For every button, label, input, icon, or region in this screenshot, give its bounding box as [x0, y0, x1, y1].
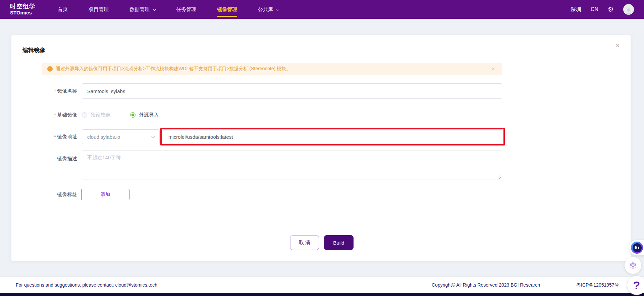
image-description-label: 镜像描述 — [11, 156, 77, 161]
field-row-image-description: 镜像描述 — [11, 151, 631, 179]
chatbot-button[interactable] — [629, 240, 644, 255]
help-button[interactable]: ? — [627, 276, 644, 295]
logo-line2: STOmics — [10, 10, 36, 16]
nav-label: 公共库 — [258, 6, 273, 13]
chevron-down-icon — [153, 7, 156, 11]
label-text: 镜像地址 — [57, 134, 77, 139]
field-row-image-name: *镜像名称 — [11, 83, 631, 99]
radio-circle-icon — [82, 112, 87, 118]
footer-copyright-text: Copyright© All Rights Reserved 2023 BGI … — [432, 277, 540, 293]
close-icon[interactable]: × — [615, 42, 620, 49]
radio-preset-image[interactable]: 预设镜像 — [82, 112, 111, 118]
label-text: 镜像描述 — [57, 156, 77, 161]
image-tags-label: 镜像标签 — [11, 189, 77, 200]
nav-label: 镜像管理 — [217, 6, 237, 13]
image-name-input[interactable] — [82, 83, 502, 99]
image-address-input[interactable] — [163, 129, 502, 144]
label-text: 镜像名称 — [57, 88, 77, 94]
label-text: 镜像标签 — [57, 192, 77, 197]
person-icon — [625, 7, 633, 15]
field-row-base-image: *基础镜像 预设镜像 外源导入 — [11, 110, 631, 120]
logo-line1: 时空组学 — [10, 3, 36, 10]
atom-tool-button[interactable]: ⚛ — [625, 257, 641, 274]
region-selector[interactable]: 深圳 — [571, 6, 581, 13]
radio-circle-icon — [130, 112, 136, 118]
required-mark: * — [54, 134, 56, 139]
modal-title: 编辑镜像 — [22, 46, 45, 54]
base-image-label: *基础镜像 — [11, 110, 77, 120]
language-selector[interactable]: CN — [591, 6, 598, 12]
robot-icon — [631, 242, 643, 254]
nav-item-home[interactable]: 首页 — [58, 0, 68, 19]
base-image-radio-group: 预设镜像 外源导入 — [82, 110, 159, 120]
radio-label: 外源导入 — [139, 112, 159, 118]
image-description-textarea[interactable] — [82, 151, 502, 179]
edit-image-modal: 编辑镜像 × ! 通过外源导入的镜像可用于项目>流程分析>工作流模块构建WDL暂… — [11, 35, 631, 261]
header-right-cluster: 深圳 CN ⚙ — [571, 0, 634, 19]
field-row-image-address: *镜像地址 cloud.sylabs.io — [11, 129, 631, 144]
question-mark-icon: ? — [633, 280, 640, 291]
required-mark: * — [54, 88, 56, 94]
add-tag-button[interactable]: 添加 — [81, 189, 129, 200]
stomics-logo[interactable]: 时空组学 STOmics — [10, 3, 36, 15]
gear-icon[interactable]: ⚙ — [608, 6, 614, 13]
bottom-edge-strip — [0, 293, 644, 296]
radio-label: 预设镜像 — [91, 112, 111, 118]
chevron-down-icon — [151, 134, 155, 138]
robot-face-inner — [633, 243, 642, 252]
avatar[interactable] — [623, 4, 634, 15]
warning-text: 通过外源导入的镜像可用于项目>流程分析>工作流模块构建WDL暂不支持用于项目>数… — [56, 66, 291, 72]
nav-label: 项目管理 — [89, 6, 109, 13]
page-footer: For questions and suggestions, please co… — [0, 277, 644, 293]
radio-external-import[interactable]: 外源导入 — [130, 112, 159, 118]
build-button[interactable]: Build — [324, 235, 354, 250]
top-navbar: 时空组学 STOmics 首页 项目管理 数据管理 任务管理 镜像管理 公共库 … — [0, 0, 644, 19]
required-mark: * — [54, 112, 56, 118]
registry-select[interactable]: cloud.sylabs.io — [82, 129, 160, 144]
nav-item-public-library[interactable]: 公共库 — [258, 0, 279, 19]
footer-icp-text: 粤ICP备12051957号- — [576, 277, 621, 293]
field-row-image-tags: 镜像标签 添加 — [11, 189, 631, 200]
warning-icon: ! — [47, 66, 53, 72]
atom-icon: ⚛ — [629, 260, 638, 270]
chevron-down-icon — [276, 7, 280, 11]
main-nav: 首页 项目管理 数据管理 任务管理 镜像管理 公共库 — [58, 0, 279, 19]
footer-contact-text: For questions and suggestions, please co… — [16, 277, 157, 293]
nav-item-tasks[interactable]: 任务管理 — [176, 0, 196, 19]
cancel-button[interactable]: 取 消 — [290, 235, 319, 250]
robot-eye — [635, 246, 637, 249]
image-address-label: *镜像地址 — [11, 129, 77, 144]
robot-eye — [638, 247, 639, 249]
nav-item-images[interactable]: 镜像管理 — [217, 0, 237, 19]
modal-actions: 取 消 Build — [11, 235, 631, 250]
nav-item-data[interactable]: 数据管理 — [129, 0, 155, 19]
nav-label: 首页 — [58, 6, 68, 13]
label-text: 基础镜像 — [57, 112, 77, 118]
image-name-label: *镜像名称 — [11, 83, 77, 99]
warning-banner: ! 通过外源导入的镜像可用于项目>流程分析>工作流模块构建WDL暂不支持用于项目… — [42, 63, 502, 75]
banner-close-icon[interactable]: × — [492, 66, 495, 72]
nav-label: 任务管理 — [176, 6, 196, 13]
nav-label: 数据管理 — [129, 6, 150, 13]
nav-item-projects[interactable]: 项目管理 — [89, 0, 109, 19]
registry-selected-value: cloud.sylabs.io — [87, 134, 120, 140]
